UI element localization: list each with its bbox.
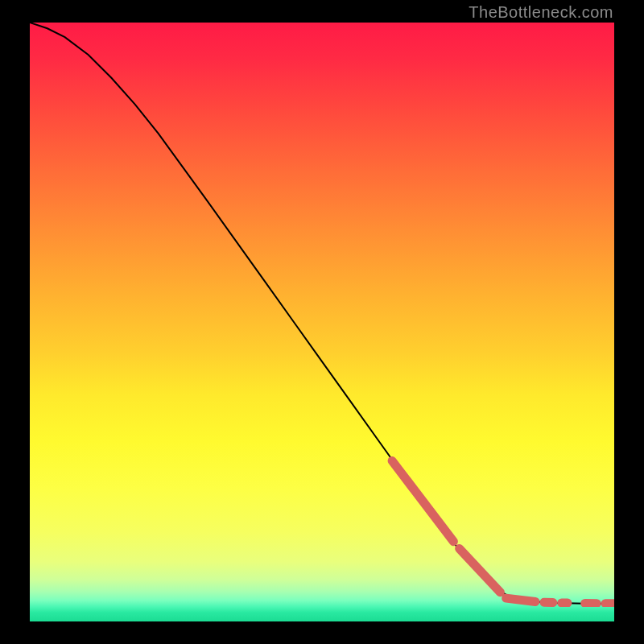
chart-svg [30,23,614,607]
chart-stage: TheBottleneck.com [0,0,644,644]
highlight-segments [392,461,614,604]
plot-area [30,23,614,621]
attribution-text: TheBottleneck.com [469,3,613,22]
curve-line [30,23,614,604]
